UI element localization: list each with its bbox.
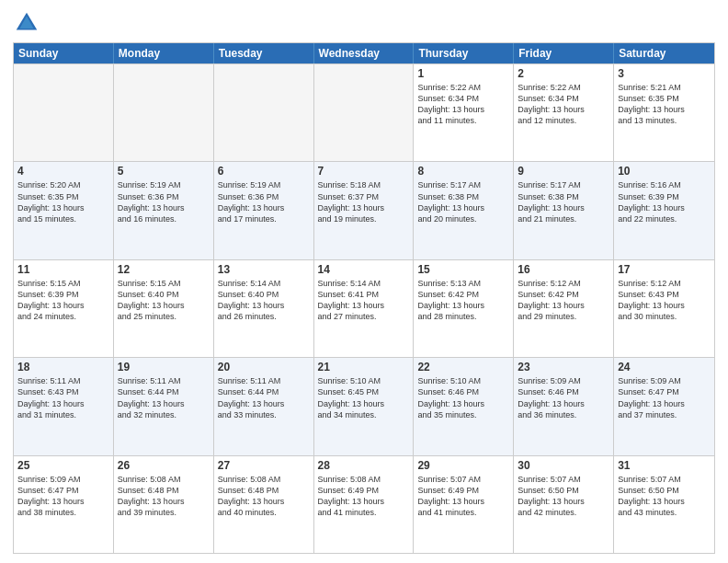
- weekday-header-sunday: Sunday: [14, 43, 114, 63]
- cell-line: and 26 minutes.: [218, 311, 310, 322]
- day-cell-30: 30Sunrise: 5:07 AMSunset: 6:50 PMDayligh…: [514, 456, 614, 553]
- cell-line: Sunrise: 5:20 AM: [17, 179, 109, 190]
- cell-line: and 12 minutes.: [518, 115, 609, 126]
- cell-line: Daylight: 13 hours: [417, 496, 509, 507]
- cell-line: Sunset: 6:34 PM: [518, 93, 609, 104]
- cell-line: Sunset: 6:40 PM: [218, 289, 310, 300]
- cell-line: Sunset: 6:36 PM: [218, 191, 310, 202]
- day-cell-26: 26Sunrise: 5:08 AMSunset: 6:48 PMDayligh…: [114, 456, 214, 553]
- cell-line: Sunrise: 5:19 AM: [218, 179, 310, 190]
- cell-line: and 17 minutes.: [218, 213, 310, 224]
- cell-line: and 40 minutes.: [218, 507, 310, 518]
- day-cell-1: 1Sunrise: 5:22 AMSunset: 6:34 PMDaylight…: [414, 64, 514, 161]
- calendar-row-2: 11Sunrise: 5:15 AMSunset: 6:39 PMDayligh…: [14, 259, 714, 357]
- day-number: 15: [417, 263, 509, 276]
- day-cell-6: 6Sunrise: 5:19 AMSunset: 6:36 PMDaylight…: [214, 162, 314, 259]
- day-number: 9: [518, 165, 609, 178]
- cell-line: Daylight: 13 hours: [218, 496, 310, 507]
- logo-icon: [13, 9, 40, 37]
- weekday-header-wednesday: Wednesday: [314, 43, 415, 63]
- cell-line: Daylight: 13 hours: [118, 398, 210, 409]
- cell-line: Daylight: 13 hours: [618, 496, 711, 507]
- cell-line: Daylight: 13 hours: [518, 104, 609, 115]
- cell-line: Sunset: 6:39 PM: [618, 191, 711, 202]
- calendar-row-4: 25Sunrise: 5:09 AMSunset: 6:47 PMDayligh…: [14, 455, 714, 553]
- day-cell-28: 28Sunrise: 5:08 AMSunset: 6:49 PMDayligh…: [314, 456, 415, 553]
- cell-line: Sunset: 6:35 PM: [17, 191, 109, 202]
- cell-line: and 34 minutes.: [318, 409, 410, 420]
- day-number: 22: [417, 361, 509, 373]
- cell-line: Sunset: 6:41 PM: [318, 289, 410, 300]
- day-cell-25: 25Sunrise: 5:09 AMSunset: 6:47 PMDayligh…: [14, 456, 114, 553]
- day-number: 8: [417, 165, 509, 178]
- cell-line: Sunrise: 5:18 AM: [318, 179, 410, 190]
- cell-line: Daylight: 13 hours: [17, 496, 109, 507]
- cell-line: Daylight: 13 hours: [318, 202, 410, 213]
- day-cell-29: 29Sunrise: 5:07 AMSunset: 6:49 PMDayligh…: [414, 456, 514, 553]
- cell-line: Daylight: 13 hours: [518, 496, 609, 507]
- cell-line: Sunrise: 5:09 AM: [518, 375, 609, 386]
- day-cell-23: 23Sunrise: 5:09 AMSunset: 6:46 PMDayligh…: [514, 358, 614, 454]
- cell-line: and 37 minutes.: [618, 409, 711, 420]
- cell-line: Sunset: 6:35 PM: [618, 93, 711, 104]
- day-number: 17: [618, 263, 711, 276]
- cell-line: Sunset: 6:47 PM: [17, 485, 109, 496]
- cell-line: Sunrise: 5:17 AM: [518, 179, 609, 190]
- cell-line: Sunrise: 5:11 AM: [17, 375, 109, 386]
- cell-line: Sunrise: 5:09 AM: [17, 474, 109, 485]
- day-cell-24: 24Sunrise: 5:09 AMSunset: 6:47 PMDayligh…: [614, 358, 714, 454]
- header: [13, 9, 715, 37]
- day-number: 7: [318, 165, 410, 178]
- cell-line: Sunrise: 5:10 AM: [318, 375, 410, 386]
- cell-line: Daylight: 13 hours: [518, 300, 609, 311]
- cell-line: Sunset: 6:46 PM: [518, 386, 609, 397]
- day-cell-10: 10Sunrise: 5:16 AMSunset: 6:39 PMDayligh…: [614, 162, 714, 259]
- day-number: 21: [318, 361, 410, 373]
- day-number: 13: [218, 263, 310, 276]
- cell-line: Sunrise: 5:10 AM: [417, 375, 509, 386]
- day-cell-20: 20Sunrise: 5:11 AMSunset: 6:44 PMDayligh…: [214, 358, 314, 454]
- cell-line: Sunrise: 5:15 AM: [118, 278, 210, 289]
- day-cell-18: 18Sunrise: 5:11 AMSunset: 6:43 PMDayligh…: [14, 358, 114, 454]
- cell-line: and 16 minutes.: [118, 213, 210, 224]
- calendar: SundayMondayTuesdayWednesdayThursdayFrid…: [13, 42, 715, 554]
- cell-line: Sunrise: 5:09 AM: [618, 375, 711, 386]
- cell-line: Sunrise: 5:17 AM: [417, 179, 509, 190]
- day-cell-5: 5Sunrise: 5:19 AMSunset: 6:36 PMDaylight…: [114, 162, 214, 259]
- day-number: 12: [118, 263, 210, 276]
- day-number: 5: [118, 165, 210, 178]
- cell-line: Sunset: 6:49 PM: [417, 485, 509, 496]
- cell-line: Sunrise: 5:14 AM: [218, 278, 310, 289]
- day-number: 25: [17, 459, 109, 472]
- day-cell-21: 21Sunrise: 5:10 AMSunset: 6:45 PMDayligh…: [314, 358, 415, 454]
- empty-cell: [214, 64, 314, 161]
- calendar-row-0: 1Sunrise: 5:22 AMSunset: 6:34 PMDaylight…: [14, 63, 714, 161]
- cell-line: Daylight: 13 hours: [417, 202, 509, 213]
- cell-line: Sunrise: 5:08 AM: [118, 474, 210, 485]
- day-cell-17: 17Sunrise: 5:12 AMSunset: 6:43 PMDayligh…: [614, 260, 714, 357]
- cell-line: and 31 minutes.: [17, 409, 109, 420]
- day-number: 10: [618, 165, 711, 178]
- cell-line: Sunset: 6:43 PM: [618, 289, 711, 300]
- day-number: 3: [618, 67, 711, 80]
- empty-cell: [114, 64, 214, 161]
- cell-line: Sunset: 6:42 PM: [417, 289, 509, 300]
- cell-line: Sunset: 6:37 PM: [318, 191, 410, 202]
- cell-line: Sunset: 6:44 PM: [118, 386, 210, 397]
- day-number: 16: [518, 263, 609, 276]
- cell-line: and 19 minutes.: [318, 213, 410, 224]
- day-cell-4: 4Sunrise: 5:20 AMSunset: 6:35 PMDaylight…: [14, 162, 114, 259]
- weekday-header-tuesday: Tuesday: [214, 43, 314, 63]
- cell-line: Daylight: 13 hours: [218, 202, 310, 213]
- cell-line: Sunset: 6:46 PM: [417, 386, 509, 397]
- day-cell-13: 13Sunrise: 5:14 AMSunset: 6:40 PMDayligh…: [214, 260, 314, 357]
- cell-line: Sunrise: 5:07 AM: [618, 474, 711, 485]
- cell-line: Sunset: 6:36 PM: [118, 191, 210, 202]
- day-cell-27: 27Sunrise: 5:08 AMSunset: 6:48 PMDayligh…: [214, 456, 314, 553]
- cell-line: and 22 minutes.: [618, 213, 711, 224]
- cell-line: Sunrise: 5:08 AM: [218, 474, 310, 485]
- cell-line: Daylight: 13 hours: [518, 202, 609, 213]
- cell-line: and 36 minutes.: [518, 409, 609, 420]
- cell-line: and 35 minutes.: [417, 409, 509, 420]
- cell-line: Daylight: 13 hours: [618, 202, 711, 213]
